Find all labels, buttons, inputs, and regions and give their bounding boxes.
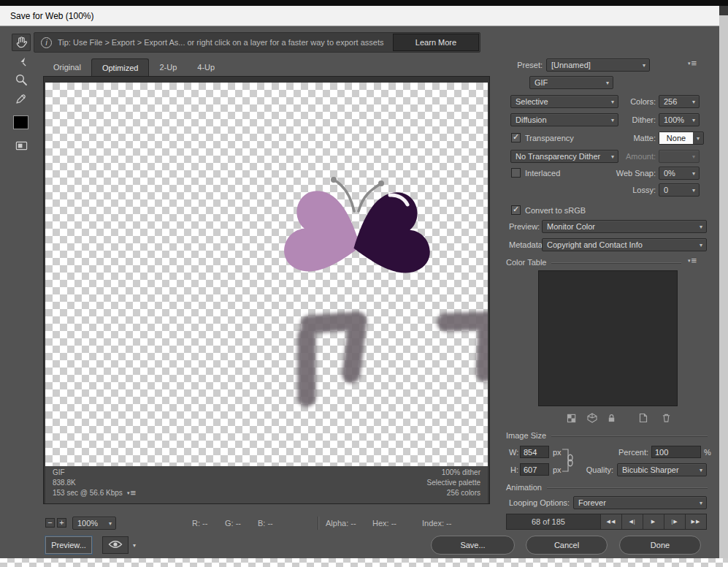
- lossy-select[interactable]: 0 ▾: [659, 183, 700, 197]
- preview-mode-select[interactable]: Monitor Color ▾: [542, 220, 707, 233]
- previous-frame-button[interactable]: ◀|: [621, 514, 643, 529]
- preview-mode-label: Preview:: [509, 220, 540, 233]
- width-label: W:: [509, 446, 518, 459]
- colors-label: Colors:: [622, 95, 656, 108]
- hand-tool-button[interactable]: [12, 34, 31, 51]
- chevron-down-icon: ▾: [696, 224, 706, 230]
- cancel-button[interactable]: Cancel: [526, 536, 608, 555]
- looping-options-select[interactable]: Forever ▾: [573, 496, 707, 509]
- web-snap-value: 0%: [659, 169, 689, 178]
- tab-4up-label: 4-Up: [197, 63, 215, 72]
- looping-options-value: Forever: [574, 498, 696, 507]
- zoom-in-button[interactable]: +: [57, 518, 66, 528]
- browser-preview-icon-button[interactable]: [102, 536, 129, 554]
- tab-4up[interactable]: 4-Up: [187, 58, 225, 76]
- chevron-down-icon: ▾: [689, 117, 699, 123]
- chevron-down-icon: ▾: [696, 500, 706, 506]
- image-size-title: Image Size: [506, 431, 546, 440]
- chevron-down-icon: ▾: [696, 242, 706, 248]
- toggle-slices-visibility-button[interactable]: [12, 137, 31, 155]
- eyedropper-tool-button[interactable]: [12, 91, 31, 108]
- format-value: GIF: [530, 78, 602, 87]
- color-table-panel-menu[interactable]: ▾≡: [688, 257, 697, 265]
- chevron-down-icon: ▾: [689, 99, 699, 105]
- metadata-select[interactable]: Copyright and Contact Info ▾: [542, 238, 707, 251]
- percent-label: Percent:: [613, 446, 648, 459]
- interlaced-checkbox[interactable]: [511, 168, 521, 178]
- dither-method-select[interactable]: Diffusion ▾: [510, 113, 618, 126]
- antenna-right-tip: [378, 180, 384, 186]
- tab-2up[interactable]: 2-Up: [149, 58, 187, 76]
- interlaced-label: Interlaced: [525, 167, 560, 180]
- link-dimensions-icon[interactable]: [559, 446, 575, 476]
- transparency-dither-select[interactable]: No Transparency Dither ▾: [510, 150, 618, 163]
- color-table-grid[interactable]: [538, 270, 678, 406]
- save-button[interactable]: Save...: [431, 536, 515, 555]
- matte-select[interactable]: None ▾: [659, 132, 704, 145]
- first-frame-button[interactable]: ◀◀: [600, 514, 621, 529]
- tab-optimized[interactable]: Optimized: [91, 58, 150, 76]
- zoom-level-select[interactable]: 100% ▾: [72, 517, 116, 530]
- transparency-checkbox[interactable]: ✓: [511, 133, 521, 142]
- web-shift-icon[interactable]: [587, 413, 597, 425]
- zoom-out-button[interactable]: −: [45, 518, 55, 528]
- lock-color-icon[interactable]: [607, 413, 616, 425]
- slice-select-tool-button[interactable]: [12, 53, 31, 70]
- colors-select[interactable]: 256 ▾: [659, 95, 700, 108]
- section-divider: [547, 487, 708, 488]
- transparency-dither-value: No Transparency Dither: [511, 152, 608, 161]
- play-button[interactable]: ▶: [643, 514, 664, 529]
- height-input[interactable]: [520, 463, 549, 476]
- zoom-tool-button[interactable]: [12, 72, 31, 89]
- antenna-left-tip: [331, 177, 337, 183]
- browser-select-chevron[interactable]: ▾: [129, 536, 140, 554]
- color-reduction-select[interactable]: Selective ▾: [510, 95, 618, 108]
- section-divider: [551, 435, 708, 436]
- image-canvas[interactable]: [45, 83, 488, 466]
- window-scrollbar[interactable]: [719, 6, 728, 558]
- preview-button-label: Preview...: [51, 541, 86, 549]
- zoom-icon: [15, 73, 28, 88]
- preset-panel-menu[interactable]: ▾≡: [688, 60, 697, 67]
- done-button[interactable]: Done: [619, 536, 701, 555]
- convert-srgb-checkbox[interactable]: ✓: [511, 205, 521, 215]
- statusbar-divider: [318, 517, 318, 530]
- preview-in-browser-button[interactable]: Preview...: [45, 536, 92, 554]
- quality-select[interactable]: Bicubic Sharper ▾: [617, 463, 707, 476]
- web-snap-select[interactable]: 0% ▾: [659, 167, 700, 180]
- preset-select[interactable]: [Unnamed] ▾: [546, 58, 650, 72]
- palette-readout: Selective palette: [427, 479, 480, 487]
- last-frame-button[interactable]: ▶▶: [685, 514, 706, 529]
- amount-label: Amount:: [618, 150, 656, 163]
- eyedropper-color-swatch[interactable]: [13, 115, 28, 129]
- image-size-header: Image Size: [506, 431, 708, 440]
- download-speed-menu[interactable]: ▾≡: [127, 490, 136, 497]
- eyedropper-icon: [15, 92, 28, 107]
- dialog-titlebar[interactable]: Save for Web (100%): [0, 6, 719, 26]
- tab-original[interactable]: Original: [43, 58, 91, 76]
- format-select[interactable]: GIF ▾: [529, 76, 613, 89]
- percent-input[interactable]: [651, 446, 701, 458]
- download-time-readout: 153 sec @ 56.6 Kbps: [53, 489, 123, 497]
- slice-select-icon: [15, 55, 28, 69]
- menu-bars-icon: ≡: [131, 490, 137, 497]
- next-frame-button[interactable]: |▶: [664, 514, 685, 529]
- browser-select-group: ▾: [102, 536, 140, 554]
- lossy-value: 0: [659, 186, 689, 194]
- learn-more-button[interactable]: Learn More: [393, 34, 479, 51]
- scrollbar-arrow[interactable]: [719, 6, 728, 15]
- delete-color-icon[interactable]: [662, 413, 671, 425]
- dither-amount-select[interactable]: 100% ▾: [659, 113, 700, 126]
- map-transparency-icon[interactable]: [567, 414, 578, 425]
- matte-label: Matte:: [622, 132, 656, 145]
- width-input[interactable]: [520, 446, 549, 458]
- lossy-label: Lossy:: [622, 183, 656, 197]
- colors-value: 256: [659, 97, 689, 106]
- info-icon: i: [41, 37, 52, 48]
- quality-value: Bicubic Sharper: [618, 465, 696, 474]
- new-color-icon[interactable]: [639, 413, 648, 425]
- matte-value: None: [659, 132, 693, 144]
- height-label: H:: [510, 463, 518, 476]
- color-table-title: Color Table: [506, 258, 546, 267]
- web-snap-label: Web Snap:: [612, 167, 656, 180]
